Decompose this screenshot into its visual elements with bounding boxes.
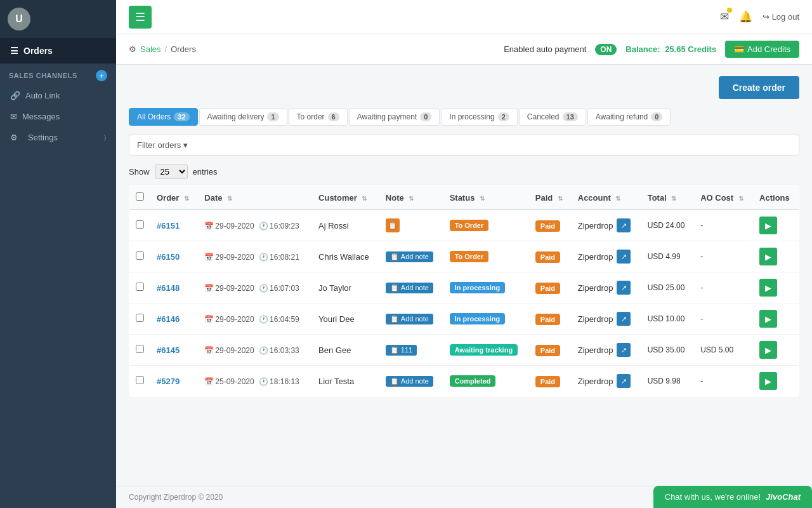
tab-canceled-badge: 13 (563, 112, 578, 121)
view-order-button[interactable]: ▶ (759, 248, 777, 265)
add-note-button[interactable]: 📋 Add note (386, 376, 433, 387)
entries-select[interactable]: 25 50 100 (155, 164, 188, 179)
sidebar-item-messages[interactable]: ✉ Messages (0, 106, 116, 127)
view-order-button[interactable]: ▶ (759, 217, 777, 234)
row-paid: Paid (529, 335, 572, 366)
row-total: USD 25.00 (641, 272, 694, 304)
clock-icon: 🕐 (259, 377, 268, 386)
orders-icon: ☰ (10, 46, 18, 56)
status-badge: Completed (450, 375, 496, 387)
tab-canceled[interactable]: Canceled 13 (519, 108, 586, 126)
create-order-button[interactable]: Create order (719, 76, 799, 99)
share-account-button[interactable]: ↗ (617, 250, 631, 264)
row-total: USD 35.00 (641, 335, 694, 366)
account-name: Ziperdrop (578, 314, 613, 324)
auto-link-label: Auto Link (25, 91, 60, 100)
settings-label: Settings (28, 133, 58, 142)
content: Create order All Orders 32 Awaiting deli… (116, 65, 812, 486)
row-checkbox[interactable] (136, 283, 144, 291)
tab-to-order[interactable]: To order 6 (289, 108, 348, 126)
row-paid: Paid (529, 272, 572, 304)
row-date: 📅29-09-2020 🕐16:04:59 (198, 304, 312, 335)
share-account-button[interactable]: ↗ (617, 281, 631, 295)
row-ao-cost: - (694, 272, 753, 304)
row-checkbox[interactable] (136, 251, 144, 260)
add-note-button[interactable]: 📋 Add note (386, 251, 433, 262)
logout-button[interactable]: ↪ Log out (763, 12, 799, 22)
notification-icon-button[interactable]: 🔔 (739, 10, 752, 23)
add-note-button[interactable]: 📋 Add note (386, 314, 433, 324)
share-account-button[interactable]: ↗ (617, 218, 631, 232)
row-checkbox[interactable] (136, 220, 144, 229)
breadcrumb-sales-link[interactable]: Sales (140, 44, 161, 54)
view-order-button[interactable]: ▶ (759, 372, 777, 390)
sort-date-icon: ⇅ (227, 195, 232, 202)
breadcrumb-orders: Orders (171, 44, 196, 54)
email-icon-button[interactable]: ✉ (720, 10, 729, 23)
chat-widget[interactable]: Chat with us, we're online! JivoChat (653, 486, 812, 508)
tab-all-orders[interactable]: All Orders 32 (129, 108, 198, 126)
table-row: #6151📅29-09-2020 🕐16:09:23Aj Rossi📋To Or… (129, 210, 799, 241)
header-actions: Actions (753, 186, 799, 210)
order-number[interactable]: #6151 (157, 221, 180, 231)
header-order: Order ⇅ (150, 186, 198, 210)
view-order-button[interactable]: ▶ (759, 310, 777, 328)
row-checkbox[interactable] (136, 345, 144, 353)
tab-awaiting-payment[interactable]: Awaiting payment 0 (349, 108, 440, 126)
sidebar-item-settings[interactable]: ⚙ Settings 〉 (0, 127, 116, 148)
tab-awaiting-delivery[interactable]: Awaiting delivery 1 (199, 108, 287, 126)
share-account-button[interactable]: ↗ (617, 343, 631, 357)
orders-table: Order ⇅ Date ⇅ Customer ⇅ Note ⇅ Status … (129, 185, 799, 397)
note-link-button[interactable]: 📋 111 (386, 345, 417, 356)
add-credits-button[interactable]: 💳 Add Credits (725, 41, 799, 58)
wallet-icon: 💳 (734, 44, 744, 54)
account-name: Ziperdrop (578, 377, 613, 386)
row-account: Ziperdrop↗ (572, 335, 641, 366)
add-sales-channel-button[interactable]: + (96, 70, 107, 81)
order-number[interactable]: #5279 (157, 377, 180, 386)
add-note-button[interactable]: 📋 Add note (386, 283, 433, 293)
auto-payment-toggle[interactable]: ON (595, 44, 617, 55)
table-row: #6150📅29-09-2020 🕐16:08:21Chris Wallace📋… (129, 241, 799, 272)
tab-awaiting-payment-badge: 0 (420, 112, 431, 121)
order-number[interactable]: #6146 (157, 314, 180, 324)
share-account-button[interactable]: ↗ (617, 374, 631, 388)
sidebar: U ☰ Orders SALES CHANNELS + 🔗 Auto Link … (0, 0, 116, 508)
row-checkbox[interactable] (136, 314, 144, 322)
sidebar-item-auto-link[interactable]: 🔗 Auto Link (0, 85, 116, 106)
copyright-text: Copyright Ziperdrop © 2020 (129, 493, 223, 502)
row-note: 📋 111 (379, 335, 443, 366)
row-status: Awaiting tracking (443, 335, 529, 366)
settings-chevron-icon: 〉 (104, 134, 106, 142)
order-number[interactable]: #6150 (157, 252, 180, 262)
calendar-icon: 📅 (204, 377, 214, 386)
row-account: Ziperdrop↗ (572, 366, 641, 397)
note-icon-button[interactable]: 📋 (386, 218, 400, 232)
row-total: USD 9.98 (641, 366, 694, 397)
view-order-button[interactable]: ▶ (759, 341, 777, 359)
select-all-checkbox[interactable] (136, 192, 144, 201)
chat-label: Chat with us, we're online! (665, 492, 761, 502)
status-badge: In processing (450, 313, 506, 324)
row-total: USD 10.00 (641, 304, 694, 335)
account-name: Ziperdrop (578, 283, 613, 293)
status-badge: To Order (450, 220, 489, 231)
hamburger-menu-button[interactable]: ☰ (129, 6, 152, 29)
breadcrumb-separator: / (165, 44, 167, 54)
order-number[interactable]: #6148 (157, 283, 180, 293)
avatar: U (8, 8, 30, 30)
clock-icon: 🕐 (259, 253, 268, 262)
paid-badge: Paid (535, 314, 560, 325)
settings-icon: ⚙ (10, 133, 18, 142)
tab-awaiting-refund[interactable]: Awaiting refund 0 (587, 108, 671, 126)
tab-awaiting-delivery-badge: 1 (267, 112, 278, 121)
tab-in-processing[interactable]: In processing 2 (441, 108, 518, 126)
view-order-button[interactable]: ▶ (759, 279, 777, 297)
share-account-button[interactable]: ↗ (617, 312, 631, 326)
table-row: #6145📅29-09-2020 🕐16:03:33Ben Gee📋 111Aw… (129, 335, 799, 366)
filter-orders-button[interactable]: Filter orders ▾ (137, 140, 188, 150)
sidebar-item-orders[interactable]: ☰ Orders (0, 38, 116, 64)
row-customer: Aj Rossi (312, 210, 379, 241)
row-checkbox[interactable] (136, 376, 144, 384)
order-number[interactable]: #6145 (157, 345, 180, 355)
